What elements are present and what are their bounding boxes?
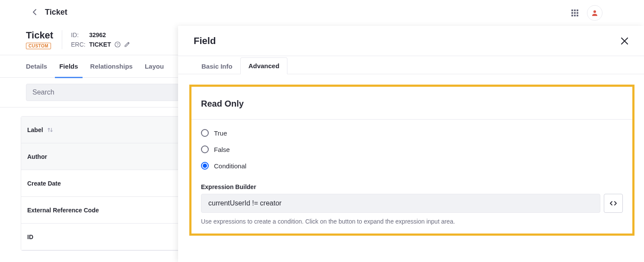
user-icon	[591, 9, 598, 16]
row-label: External Reference Code	[27, 207, 99, 214]
svg-rect-5	[577, 12, 578, 14]
svg-text:?: ?	[116, 42, 118, 47]
id-label: ID:	[71, 32, 86, 38]
chevron-left-icon	[32, 9, 37, 16]
svg-rect-6	[571, 15, 573, 16]
radio-icon	[201, 162, 209, 170]
info-button[interactable]: ?	[115, 41, 121, 47]
row-label: ID	[27, 234, 33, 240]
erc-value: TICKET	[89, 41, 111, 48]
column-label: Label	[27, 126, 43, 133]
radio-icon	[201, 129, 209, 137]
expression-label: Expression Builder	[201, 183, 623, 190]
table-row[interactable]: Author	[21, 143, 185, 170]
expression-help: Use expressions to create a condition. C…	[201, 218, 623, 225]
table-row[interactable]: Create Date	[21, 170, 185, 197]
readonly-highlight: Read Only True False Conditional Express…	[189, 85, 634, 236]
panel-title: Field	[194, 35, 216, 47]
entity-name: Ticket	[26, 30, 53, 41]
divider	[62, 30, 62, 49]
search-input[interactable]	[26, 84, 182, 101]
tab-layout[interactable]: Layou	[145, 55, 164, 78]
svg-rect-4	[574, 12, 576, 14]
breadcrumb: Ticket	[45, 8, 67, 17]
expand-expression-button[interactable]	[604, 194, 623, 213]
expression-input[interactable]	[201, 194, 600, 213]
radio-false[interactable]: False	[201, 145, 623, 153]
id-value: 32962	[89, 32, 106, 38]
erc-label: ERC:	[71, 41, 86, 48]
question-circle-icon: ?	[115, 41, 121, 47]
code-icon	[609, 201, 617, 206]
close-button[interactable]	[621, 37, 628, 45]
panel-tab-advanced[interactable]: Advanced	[240, 57, 288, 74]
radio-label: True	[214, 129, 227, 137]
sort-icon	[48, 127, 53, 133]
radio-true[interactable]: True	[201, 129, 623, 137]
grid-icon	[571, 9, 578, 16]
radio-label: False	[214, 146, 230, 153]
table-row[interactable]: External Reference Code	[21, 197, 185, 224]
user-avatar[interactable]	[587, 5, 603, 21]
field-panel: Field Basic Info Advanced Read Only True…	[178, 26, 644, 262]
svg-point-9	[593, 10, 596, 13]
apps-menu-button[interactable]	[568, 6, 582, 20]
svg-rect-1	[574, 9, 576, 11]
close-icon	[621, 37, 628, 45]
edit-button[interactable]	[124, 41, 130, 47]
back-button[interactable]	[28, 5, 41, 19]
radio-label: Conditional	[214, 162, 246, 170]
svg-rect-0	[571, 9, 573, 11]
tab-fields[interactable]: Fields	[59, 55, 78, 78]
row-label: Author	[27, 153, 47, 160]
table-header-label[interactable]: Label	[21, 117, 185, 143]
panel-tab-basic[interactable]: Basic Info	[194, 58, 240, 74]
svg-rect-2	[577, 9, 578, 11]
tab-relationships[interactable]: Relationships	[90, 55, 133, 78]
row-label: Create Date	[27, 180, 61, 187]
custom-badge: CUSTOM	[26, 43, 51, 49]
pencil-icon	[124, 41, 130, 47]
svg-rect-8	[577, 15, 578, 16]
radio-conditional[interactable]: Conditional	[201, 162, 623, 170]
svg-rect-3	[571, 12, 573, 14]
svg-rect-7	[574, 15, 576, 16]
readonly-section-title: Read Only	[191, 87, 632, 120]
tab-details[interactable]: Details	[26, 55, 47, 78]
table-row[interactable]: ID	[21, 224, 185, 250]
radio-icon	[201, 145, 209, 153]
